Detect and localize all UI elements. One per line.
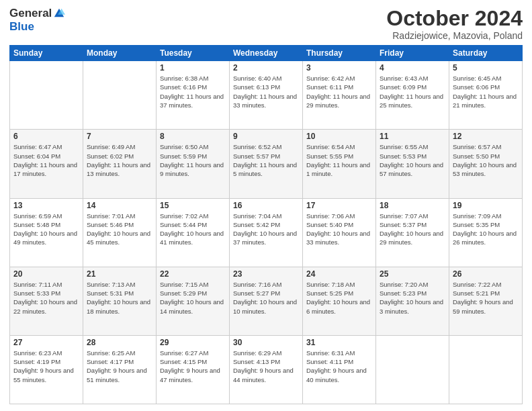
day-info: Sunrise: 7:16 AM Sunset: 5:27 PM Dayligh… (233, 280, 299, 316)
calendar-cell: 28Sunrise: 6:25 AM Sunset: 4:17 PM Dayli… (83, 335, 157, 404)
day-info: Sunrise: 7:06 AM Sunset: 5:40 PM Dayligh… (306, 212, 372, 247)
day-info: Sunrise: 7:18 AM Sunset: 5:25 PM Dayligh… (306, 280, 372, 316)
day-number: 8 (160, 132, 226, 141)
day-info: Sunrise: 7:02 AM Sunset: 5:44 PM Dayligh… (160, 212, 226, 247)
day-number: 1 (160, 63, 226, 73)
calendar-cell: 2Sunrise: 6:40 AM Sunset: 6:13 PM Daylig… (230, 61, 303, 130)
day-info: Sunrise: 6:38 AM Sunset: 6:16 PM Dayligh… (160, 74, 226, 109)
page: General Blue October 2024 Radziejowice, … (0, 0, 532, 411)
day-number: 2 (233, 63, 299, 73)
day-info: Sunrise: 6:45 AM Sunset: 6:06 PM Dayligh… (453, 74, 519, 109)
month-title: October 2024 (386, 7, 523, 30)
day-info: Sunrise: 6:59 AM Sunset: 5:48 PM Dayligh… (13, 212, 79, 247)
calendar-week-4: 20Sunrise: 7:11 AM Sunset: 5:33 PM Dayli… (10, 267, 523, 335)
day-info: Sunrise: 6:42 AM Sunset: 6:11 PM Dayligh… (306, 74, 372, 109)
day-number: 24 (306, 269, 372, 279)
day-number: 29 (160, 338, 226, 347)
calendar-cell: 3Sunrise: 6:42 AM Sunset: 6:11 PM Daylig… (303, 61, 376, 130)
calendar-cell: 10Sunrise: 6:54 AM Sunset: 5:55 PM Dayli… (303, 130, 376, 198)
day-info: Sunrise: 7:22 AM Sunset: 5:21 PM Dayligh… (453, 280, 519, 316)
header-wednesday: Wednesday (230, 46, 303, 61)
day-number: 10 (306, 132, 372, 141)
day-info: Sunrise: 6:31 AM Sunset: 4:11 PM Dayligh… (306, 349, 372, 384)
day-info: Sunrise: 7:04 AM Sunset: 5:42 PM Dayligh… (233, 212, 299, 247)
day-info: Sunrise: 7:07 AM Sunset: 5:37 PM Dayligh… (380, 212, 445, 247)
calendar-cell (376, 335, 449, 404)
day-number: 21 (87, 269, 152, 279)
day-info: Sunrise: 6:29 AM Sunset: 4:13 PM Dayligh… (233, 349, 299, 384)
day-info: Sunrise: 7:01 AM Sunset: 5:46 PM Dayligh… (87, 212, 152, 247)
calendar-cell: 26Sunrise: 7:22 AM Sunset: 5:21 PM Dayli… (449, 267, 523, 335)
day-number: 6 (13, 132, 79, 141)
calendar: Sunday Monday Tuesday Wednesday Thursday… (9, 45, 523, 404)
logo-general-text: General (9, 7, 52, 20)
day-info: Sunrise: 6:23 AM Sunset: 4:19 PM Dayligh… (13, 349, 79, 384)
day-number: 22 (160, 269, 226, 279)
day-number: 11 (380, 132, 445, 141)
day-info: Sunrise: 7:13 AM Sunset: 5:31 PM Dayligh… (87, 280, 152, 316)
day-info: Sunrise: 7:15 AM Sunset: 5:29 PM Dayligh… (160, 280, 226, 316)
header: General Blue October 2024 Radziejowice, … (9, 7, 523, 41)
calendar-week-3: 13Sunrise: 6:59 AM Sunset: 5:48 PM Dayli… (10, 198, 523, 267)
day-info: Sunrise: 6:25 AM Sunset: 4:17 PM Dayligh… (87, 349, 152, 384)
day-number: 5 (453, 63, 519, 73)
day-number: 3 (306, 63, 372, 73)
day-number: 25 (380, 269, 445, 279)
day-info: Sunrise: 7:11 AM Sunset: 5:33 PM Dayligh… (13, 280, 79, 316)
day-info: Sunrise: 6:54 AM Sunset: 5:55 PM Dayligh… (306, 142, 372, 178)
day-info: Sunrise: 6:49 AM Sunset: 6:02 PM Dayligh… (87, 142, 152, 178)
calendar-cell: 21Sunrise: 7:13 AM Sunset: 5:31 PM Dayli… (83, 267, 157, 335)
day-number: 23 (233, 269, 299, 279)
day-number: 14 (87, 201, 152, 210)
calendar-cell: 4Sunrise: 6:43 AM Sunset: 6:09 PM Daylig… (376, 61, 449, 130)
calendar-week-2: 6Sunrise: 6:47 AM Sunset: 6:04 PM Daylig… (10, 130, 523, 198)
day-info: Sunrise: 6:43 AM Sunset: 6:09 PM Dayligh… (380, 74, 445, 109)
day-info: Sunrise: 7:20 AM Sunset: 5:23 PM Dayligh… (380, 280, 445, 316)
calendar-cell: 16Sunrise: 7:04 AM Sunset: 5:42 PM Dayli… (230, 198, 303, 267)
location: Radziejowice, Mazovia, Poland (386, 30, 523, 41)
header-sunday: Sunday (10, 46, 83, 61)
calendar-cell: 14Sunrise: 7:01 AM Sunset: 5:46 PM Dayli… (83, 198, 157, 267)
calendar-cell: 8Sunrise: 6:50 AM Sunset: 5:59 PM Daylig… (157, 130, 230, 198)
day-number: 31 (306, 338, 372, 347)
calendar-cell: 5Sunrise: 6:45 AM Sunset: 6:06 PM Daylig… (449, 61, 523, 130)
day-number: 20 (13, 269, 79, 279)
logo-icon (53, 7, 65, 19)
calendar-cell (449, 335, 523, 404)
calendar-cell: 7Sunrise: 6:49 AM Sunset: 6:02 PM Daylig… (83, 130, 157, 198)
calendar-cell: 29Sunrise: 6:27 AM Sunset: 4:15 PM Dayli… (157, 335, 230, 404)
day-info: Sunrise: 7:09 AM Sunset: 5:35 PM Dayligh… (453, 212, 519, 247)
calendar-cell: 12Sunrise: 6:57 AM Sunset: 5:50 PM Dayli… (449, 130, 523, 198)
day-number: 19 (453, 201, 519, 210)
day-info: Sunrise: 6:50 AM Sunset: 5:59 PM Dayligh… (160, 142, 226, 178)
calendar-week-1: 1Sunrise: 6:38 AM Sunset: 6:16 PM Daylig… (10, 61, 523, 130)
calendar-week-5: 27Sunrise: 6:23 AM Sunset: 4:19 PM Dayli… (10, 335, 523, 404)
day-number: 4 (380, 63, 445, 73)
logo: General Blue (9, 7, 65, 34)
calendar-cell: 22Sunrise: 7:15 AM Sunset: 5:29 PM Dayli… (157, 267, 230, 335)
day-number: 15 (160, 201, 226, 210)
calendar-cell (83, 61, 157, 130)
header-thursday: Thursday (303, 46, 376, 61)
header-monday: Monday (83, 46, 157, 61)
day-number: 17 (306, 201, 372, 210)
calendar-cell: 23Sunrise: 7:16 AM Sunset: 5:27 PM Dayli… (230, 267, 303, 335)
calendar-cell: 20Sunrise: 7:11 AM Sunset: 5:33 PM Dayli… (10, 267, 83, 335)
calendar-cell (10, 61, 83, 130)
calendar-header-row: Sunday Monday Tuesday Wednesday Thursday… (10, 46, 523, 61)
calendar-cell: 30Sunrise: 6:29 AM Sunset: 4:13 PM Dayli… (230, 335, 303, 404)
day-info: Sunrise: 6:47 AM Sunset: 6:04 PM Dayligh… (13, 142, 79, 178)
calendar-cell: 15Sunrise: 7:02 AM Sunset: 5:44 PM Dayli… (157, 198, 230, 267)
day-number: 30 (233, 338, 299, 347)
day-number: 7 (87, 132, 152, 141)
header-friday: Friday (376, 46, 449, 61)
logo-blue-text: Blue (9, 20, 34, 34)
day-number: 28 (87, 338, 152, 347)
calendar-cell: 11Sunrise: 6:55 AM Sunset: 5:53 PM Dayli… (376, 130, 449, 198)
day-number: 9 (233, 132, 299, 141)
day-info: Sunrise: 6:57 AM Sunset: 5:50 PM Dayligh… (453, 142, 519, 178)
day-info: Sunrise: 6:27 AM Sunset: 4:15 PM Dayligh… (160, 349, 226, 384)
calendar-cell: 9Sunrise: 6:52 AM Sunset: 5:57 PM Daylig… (230, 130, 303, 198)
calendar-cell: 25Sunrise: 7:20 AM Sunset: 5:23 PM Dayli… (376, 267, 449, 335)
day-number: 12 (453, 132, 519, 141)
